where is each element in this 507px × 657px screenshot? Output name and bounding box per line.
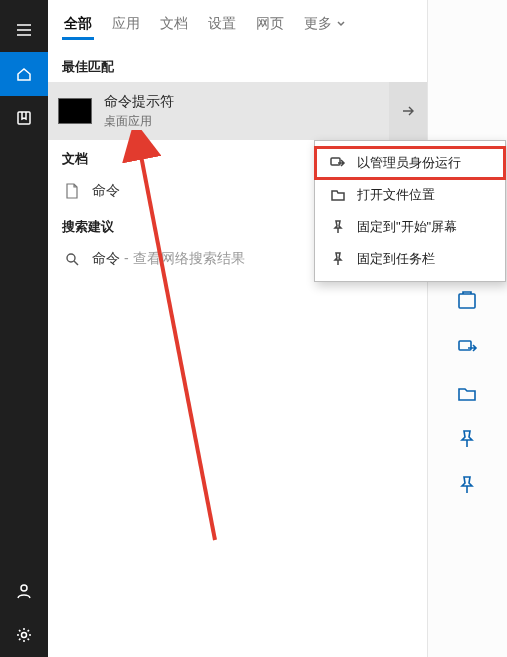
suggestion-hint: - 查看网络搜索结果 bbox=[124, 250, 245, 268]
nav-account-button[interactable] bbox=[0, 569, 48, 613]
hamburger-icon bbox=[15, 21, 33, 39]
svg-point-2 bbox=[22, 633, 27, 638]
person-icon bbox=[15, 582, 33, 600]
arrow-right-icon bbox=[400, 103, 416, 119]
chevron-down-icon bbox=[336, 19, 346, 29]
document-result-label: 命令 bbox=[92, 182, 120, 200]
action-pin-start-icon[interactable] bbox=[456, 428, 480, 452]
tab-settings[interactable]: 设置 bbox=[198, 0, 246, 48]
gear-icon bbox=[15, 626, 33, 644]
best-match-title: 命令提示符 bbox=[104, 93, 174, 111]
admin-shield-icon bbox=[327, 155, 349, 171]
context-pin-taskbar-label: 固定到任务栏 bbox=[357, 250, 435, 268]
context-pin-taskbar[interactable]: 固定到任务栏 bbox=[315, 243, 505, 275]
tab-more-label: 更多 bbox=[304, 15, 332, 33]
home-icon bbox=[15, 65, 33, 83]
nav-home-button[interactable] bbox=[0, 52, 48, 96]
pin-taskbar-icon bbox=[327, 251, 349, 267]
svg-point-3 bbox=[67, 254, 75, 262]
context-open-location[interactable]: 打开文件位置 bbox=[315, 179, 505, 211]
svg-rect-6 bbox=[331, 158, 340, 165]
search-panel: 全部 应用 文档 设置 网页 更多 最佳匹配 命令提示符 桌面应用 文档 bbox=[48, 0, 428, 657]
best-match-subtitle: 桌面应用 bbox=[104, 113, 174, 130]
left-nav-rail bbox=[0, 0, 48, 657]
document-icon bbox=[62, 183, 82, 199]
context-pin-start[interactable]: 固定到"开始"屏幕 bbox=[315, 211, 505, 243]
context-open-location-label: 打开文件位置 bbox=[357, 186, 435, 204]
nav-collections-button[interactable] bbox=[0, 96, 48, 140]
context-run-as-admin[interactable]: 以管理员身份运行 bbox=[315, 147, 505, 179]
preview-actions-strip bbox=[428, 0, 507, 657]
context-run-as-admin-label: 以管理员身份运行 bbox=[357, 154, 461, 172]
context-menu: 以管理员身份运行 打开文件位置 固定到"开始"屏幕 固定到任务栏 bbox=[314, 140, 506, 282]
tab-apps[interactable]: 应用 bbox=[102, 0, 150, 48]
best-match-item[interactable]: 命令提示符 桌面应用 bbox=[48, 82, 427, 140]
tab-more[interactable]: 更多 bbox=[294, 0, 356, 48]
suggestion-term: 命令 bbox=[92, 250, 120, 268]
search-icon bbox=[62, 252, 82, 266]
svg-rect-4 bbox=[459, 294, 475, 308]
pin-icon bbox=[327, 219, 349, 235]
action-open-icon[interactable] bbox=[456, 290, 480, 314]
action-admin-icon[interactable] bbox=[456, 336, 480, 360]
svg-point-1 bbox=[21, 585, 27, 591]
action-location-icon[interactable] bbox=[456, 382, 480, 406]
nav-settings-button[interactable] bbox=[0, 613, 48, 657]
bookmark-square-icon bbox=[15, 109, 33, 127]
section-best-match-title: 最佳匹配 bbox=[48, 48, 427, 82]
filter-tabs: 全部 应用 文档 设置 网页 更多 bbox=[48, 0, 427, 48]
context-pin-start-label: 固定到"开始"屏幕 bbox=[357, 218, 457, 236]
tab-documents[interactable]: 文档 bbox=[150, 0, 198, 48]
nav-menu-button[interactable] bbox=[0, 8, 48, 52]
folder-icon bbox=[327, 187, 349, 203]
action-pin-taskbar-icon[interactable] bbox=[456, 474, 480, 498]
cmd-prompt-icon bbox=[58, 98, 92, 124]
tab-web[interactable]: 网页 bbox=[246, 0, 294, 48]
best-match-expand-button[interactable] bbox=[389, 82, 427, 140]
tab-all[interactable]: 全部 bbox=[54, 0, 102, 48]
